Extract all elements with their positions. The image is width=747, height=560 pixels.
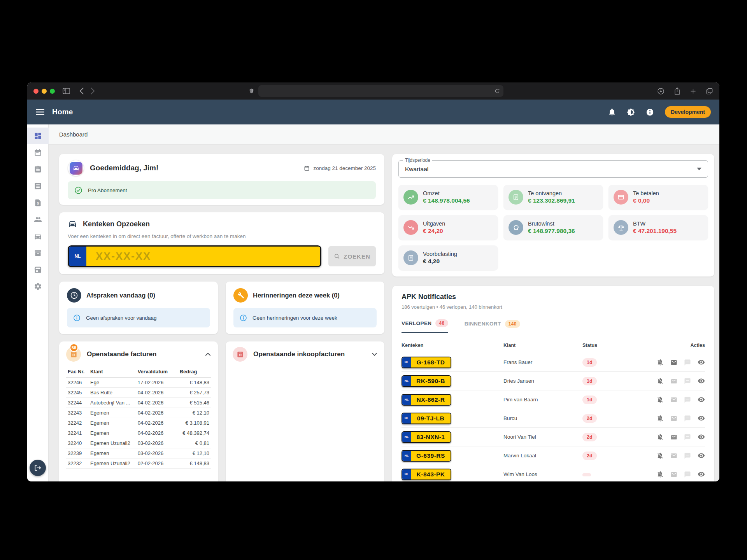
email-icon[interactable]: [670, 452, 677, 459]
email-icon[interactable]: [670, 359, 677, 366]
kenteken-subtitle: Voer een kenteken in om direct een factu…: [68, 233, 376, 239]
menu-icon[interactable]: [36, 108, 44, 116]
back-icon[interactable]: [79, 88, 84, 94]
info-circle-icon: [240, 314, 247, 322]
table-row[interactable]: 32243Egemen04-02-2026€ 12,10: [66, 408, 211, 418]
sidebar-item-bonnen[interactable]: [27, 178, 49, 194]
email-icon[interactable]: [670, 415, 677, 422]
bell-off-icon[interactable]: [657, 378, 664, 385]
info-icon[interactable]: [646, 108, 654, 116]
eye-icon[interactable]: [698, 359, 705, 366]
chat-icon[interactable]: [684, 471, 691, 478]
bell-off-icon[interactable]: [657, 434, 664, 441]
minimize-window-button[interactable]: [42, 89, 47, 94]
stat-brutowinst: Brutowinst€ 148.977.980,36: [503, 215, 603, 240]
sidebar-item-agenda[interactable]: [27, 144, 49, 161]
address-bar[interactable]: [258, 85, 503, 97]
sidebar-item-klanten[interactable]: [27, 211, 49, 228]
chat-icon[interactable]: [684, 452, 691, 459]
tijdsperiode-select[interactable]: Tijdsperiode Kwartaal: [398, 160, 708, 178]
apk-row[interactable]: NLK-843-PK Wim Van Loos: [402, 465, 705, 481]
bell-off-icon[interactable]: [657, 452, 664, 459]
bell-off-icon[interactable]: [657, 471, 664, 478]
sidebar-toggle-icon[interactable]: [63, 88, 70, 94]
eye-icon[interactable]: [698, 471, 705, 478]
apk-row[interactable]: NLG-168-TD Frans Bauer 1d: [402, 353, 705, 371]
environment-badge[interactable]: Development: [665, 106, 711, 118]
apk-subtitle: 186 voertuigen • 46 verlopen, 140 binnen…: [402, 304, 705, 310]
reload-icon[interactable]: [494, 88, 500, 94]
sidebar-item-facturen[interactable]: $: [27, 194, 49, 211]
breadcrumb: Dashboard: [49, 124, 719, 144]
theme-toggle-icon[interactable]: [627, 108, 635, 116]
sidebar-item-voorraad[interactable]: [27, 245, 49, 261]
eye-icon[interactable]: [698, 396, 705, 403]
eye-icon[interactable]: [698, 415, 705, 422]
chevron-down-icon[interactable]: [372, 351, 377, 358]
close-window-button[interactable]: [33, 89, 39, 94]
clock-icon: [67, 288, 81, 303]
table-row[interactable]: 32239Egemen03-02-2026€ 12,10: [66, 448, 211, 458]
table-row[interactable]: 32245Bas Rutte04-02-2026€ 257,73: [66, 388, 211, 398]
license-plate-input-wrap: NL: [68, 245, 321, 267]
eye-icon[interactable]: [698, 377, 705, 385]
sidebar-item-dashboard[interactable]: [27, 128, 49, 144]
tab-overview-icon[interactable]: [706, 88, 713, 95]
notifications-bell-icon[interactable]: [608, 108, 616, 116]
status-badge: 1d: [582, 396, 597, 404]
downloads-icon[interactable]: [657, 88, 665, 95]
chat-icon[interactable]: [684, 434, 691, 441]
table-row[interactable]: 32246Ege17-02-2026€ 148,83: [66, 378, 211, 388]
scale-icon: [614, 220, 628, 235]
chat-icon[interactable]: [684, 396, 691, 403]
zoom-window-button[interactable]: [50, 89, 55, 94]
page-title: Home: [52, 108, 73, 116]
apk-row[interactable]: NL83-NXN-1 Noori Van Tiel 2d: [402, 427, 705, 446]
kenteken-input[interactable]: [86, 247, 320, 266]
afspraken-empty-message: Geen afspraken voor vandaag: [86, 315, 157, 321]
chat-icon[interactable]: [684, 378, 691, 385]
sidebar-item-winkel[interactable]: [27, 261, 49, 278]
chat-icon[interactable]: [684, 359, 691, 366]
tab-binnenkort[interactable]: BINNENKORT 140: [465, 319, 520, 333]
zoeken-button[interactable]: ZOEKEN: [328, 246, 376, 266]
eye-icon[interactable]: [698, 433, 705, 441]
logout-button[interactable]: [30, 460, 46, 476]
facturen-table: Fac Nr. Klant Vervaldatum Bedrag 32246Eg…: [66, 366, 211, 469]
share-icon[interactable]: [674, 87, 680, 95]
col-header-vervaldatum: Vervaldatum: [136, 366, 178, 378]
sidebar-item-werkbonnen[interactable]: [27, 161, 49, 178]
table-row[interactable]: 32244Autobedrijf Van ...04-02-2026€ 515,…: [66, 398, 211, 408]
eye-icon[interactable]: [698, 452, 705, 459]
bell-off-icon[interactable]: [657, 396, 664, 403]
chevron-up-icon[interactable]: [205, 351, 211, 358]
tab-verlopen[interactable]: VERLOPEN 46: [402, 319, 448, 333]
bell-off-icon[interactable]: [657, 359, 664, 366]
email-icon[interactable]: [670, 396, 677, 403]
subscription-label: Pro Abonnement: [88, 187, 127, 193]
sidebar-item-voertuigen[interactable]: [27, 228, 49, 245]
table-row[interactable]: 32240Egemen Uzunali203-02-2026€ 0,81: [66, 438, 211, 448]
table-row[interactable]: 32241Egemen04-02-2026€ 48.392,74: [66, 428, 211, 438]
tijdsperiode-value: Kwartaal: [405, 166, 428, 173]
financial-panel: Tijdsperiode Kwartaal Omzet€ 148.978.004…: [392, 154, 714, 276]
subscription-banner: Pro Abonnement: [68, 181, 376, 199]
apk-row[interactable]: NLG-639-RS Marvin Lokaal 2d: [402, 446, 705, 465]
apk-row[interactable]: NL09-TJ-LB Burcu 2d: [402, 409, 705, 427]
table-row[interactable]: 32232Egemen Uzunali202-02-2026€ 148,83: [66, 458, 211, 469]
chat-icon[interactable]: [684, 415, 691, 422]
openstaande-inkoopfacturen-card: Openstaande inkoopfacturen: [226, 341, 384, 481]
apk-row[interactable]: NLNX-862-R Pim van Baarn 1d: [402, 390, 705, 409]
sidebar-item-settings[interactable]: [27, 278, 49, 295]
apk-row[interactable]: NLRK-590-B Dries Jansen 1d: [402, 371, 705, 390]
bell-off-icon[interactable]: [657, 415, 664, 422]
email-icon[interactable]: [670, 434, 677, 441]
email-icon[interactable]: [670, 378, 677, 385]
forward-icon[interactable]: [91, 88, 95, 94]
new-tab-icon[interactable]: [690, 88, 696, 94]
sidebar-rail: $: [27, 124, 49, 481]
table-row[interactable]: 32242Egemen04-02-2026€ 3.108,91: [66, 418, 211, 428]
email-icon[interactable]: [670, 471, 677, 478]
greeting-card: Goedemiddag, Jim! zondag 21 december 202…: [59, 154, 384, 205]
facturen-title: Openstaande facturen: [87, 350, 199, 358]
